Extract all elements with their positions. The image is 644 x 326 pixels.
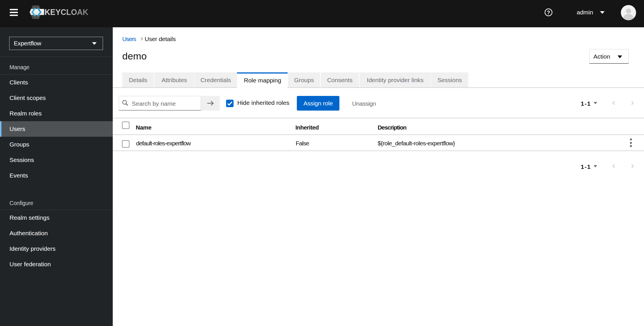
svg-text:?: ? — [547, 10, 550, 16]
svg-text:KEYCLOAK: KEYCLOAK — [45, 7, 89, 17]
